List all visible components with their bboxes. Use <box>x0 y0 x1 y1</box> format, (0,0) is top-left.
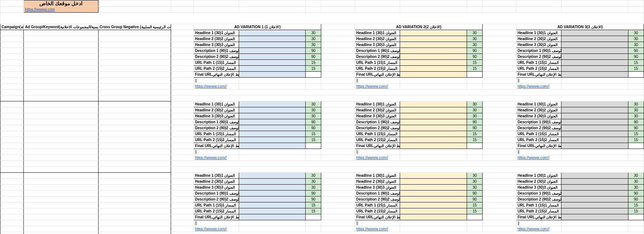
input-v3-p1[interactable] <box>561 60 628 66</box>
input[interactable] <box>561 113 628 119</box>
input-v1-p2[interactable] <box>239 66 305 72</box>
input-v2-fu[interactable] <box>400 72 467 78</box>
input[interactable] <box>561 143 628 149</box>
input-v3-p2[interactable] <box>561 66 628 72</box>
label: Final URLرابط الإعلان النهائي <box>516 214 561 220</box>
input[interactable] <box>561 107 628 113</box>
input[interactable] <box>400 125 467 131</box>
final-url-link[interactable]: https://wwww.com// <box>518 227 550 231</box>
input[interactable] <box>239 119 305 125</box>
input[interactable] <box>400 131 467 137</box>
input-v3-d1[interactable] <box>561 48 628 54</box>
input-v3-h1[interactable] <box>561 30 628 36</box>
input[interactable] <box>561 208 628 214</box>
site-url-link[interactable]: https://wwww.com <box>25 7 55 12</box>
input[interactable] <box>239 202 305 208</box>
input[interactable] <box>561 137 628 143</box>
count: 15 <box>306 66 321 72</box>
count: 30 <box>628 36 644 42</box>
campaign-cell[interactable] <box>0 30 24 36</box>
label: URL Path 1 (15)1 المسار <box>194 131 239 137</box>
input[interactable] <box>400 107 467 113</box>
input[interactable] <box>239 191 305 196</box>
input[interactable] <box>239 137 305 143</box>
input[interactable] <box>239 179 305 185</box>
input[interactable] <box>400 179 467 185</box>
final-url-link[interactable]: https://wwww.com// <box>195 156 227 160</box>
input-v2-h1[interactable] <box>400 30 467 36</box>
input[interactable] <box>239 173 305 179</box>
negative-cell[interactable] <box>98 30 171 36</box>
final-url-link[interactable]: https://wwww.com// <box>356 227 388 231</box>
input[interactable] <box>400 173 467 179</box>
input[interactable] <box>239 125 305 131</box>
input[interactable] <box>239 196 305 202</box>
input[interactable] <box>400 196 467 202</box>
input-v2-d2[interactable] <box>400 54 467 60</box>
final-url-link[interactable]: https://wwww.com// <box>356 156 388 160</box>
input[interactable] <box>400 113 467 119</box>
input-v1-h2[interactable] <box>239 36 305 42</box>
input[interactable] <box>561 119 628 125</box>
input-v2-p1[interactable] <box>400 60 467 66</box>
input-v2-h2[interactable] <box>400 36 467 42</box>
input[interactable] <box>239 185 305 191</box>
input-v3-h3[interactable] <box>561 42 628 48</box>
input-v1-d1[interactable] <box>239 48 305 54</box>
input[interactable] <box>561 191 628 196</box>
final-url-link-v2[interactable]: https://wwww.com// <box>356 84 388 88</box>
input[interactable] <box>400 185 467 191</box>
count-v2-h1: 30 <box>467 30 482 36</box>
input-v1-h3[interactable] <box>239 42 305 48</box>
input[interactable] <box>239 214 305 220</box>
input-v3-fu[interactable] <box>561 72 628 78</box>
label: Description 2 (90)الوصف 2 <box>355 196 400 202</box>
label-path1: URL Path 1 (15)1 المسار <box>516 60 561 66</box>
label: Description 1 (90)1 الوصف <box>516 119 561 125</box>
input-v1-p1[interactable] <box>239 60 305 66</box>
input[interactable] <box>239 208 305 214</box>
label-headline2: Headline 2 (30)العنوان 2 <box>355 36 400 42</box>
input[interactable] <box>400 137 467 143</box>
input[interactable] <box>561 202 628 208</box>
input-v3-h2[interactable] <box>561 36 628 42</box>
final-url-link-v1[interactable]: https://wwww.com// <box>195 84 227 88</box>
input[interactable] <box>239 113 305 119</box>
input[interactable] <box>239 107 305 113</box>
label-finalurl: Final URLرابط الإعلان النهائي <box>355 72 400 78</box>
input-v1-fu[interactable] <box>239 72 305 78</box>
label: Headline 3 (30)3 العنوان <box>516 113 561 119</box>
input-v3-d2[interactable] <box>561 54 628 60</box>
input-v1-h1[interactable] <box>239 30 305 36</box>
input-v2-p2[interactable] <box>400 66 467 72</box>
label: Description 1 (90)1 الوصف <box>516 191 561 196</box>
adgroup-cell[interactable] <box>24 30 99 36</box>
input[interactable] <box>400 191 467 196</box>
input[interactable] <box>400 101 467 107</box>
input[interactable] <box>561 101 628 107</box>
input[interactable] <box>400 214 467 220</box>
final-url-link-v3[interactable]: https://wwww.com// <box>518 84 550 88</box>
final-url-link[interactable]: https://wwww.com// <box>195 227 227 231</box>
input[interactable] <box>400 119 467 125</box>
input-v2-d1[interactable] <box>400 48 467 54</box>
input[interactable] <box>400 143 467 149</box>
final-url-link[interactable]: https://wwww.com// <box>518 156 550 160</box>
input[interactable] <box>561 179 628 185</box>
label-headline1: Headline 1 (30)العنوان 1 <box>355 30 400 36</box>
input[interactable] <box>561 173 628 179</box>
input[interactable] <box>561 185 628 191</box>
input[interactable] <box>400 208 467 214</box>
input[interactable] <box>400 202 467 208</box>
input-v2-h3[interactable] <box>400 42 467 48</box>
input[interactable] <box>561 131 628 137</box>
input-v1-d2[interactable] <box>239 54 305 60</box>
input[interactable] <box>561 125 628 131</box>
input[interactable] <box>239 101 305 107</box>
input[interactable] <box>561 214 628 220</box>
input[interactable] <box>239 131 305 137</box>
count: 90 <box>467 125 482 131</box>
label-desc1: Description 1 (90)الوصف 1 <box>355 48 400 54</box>
input[interactable] <box>239 143 305 149</box>
input[interactable] <box>561 196 628 202</box>
